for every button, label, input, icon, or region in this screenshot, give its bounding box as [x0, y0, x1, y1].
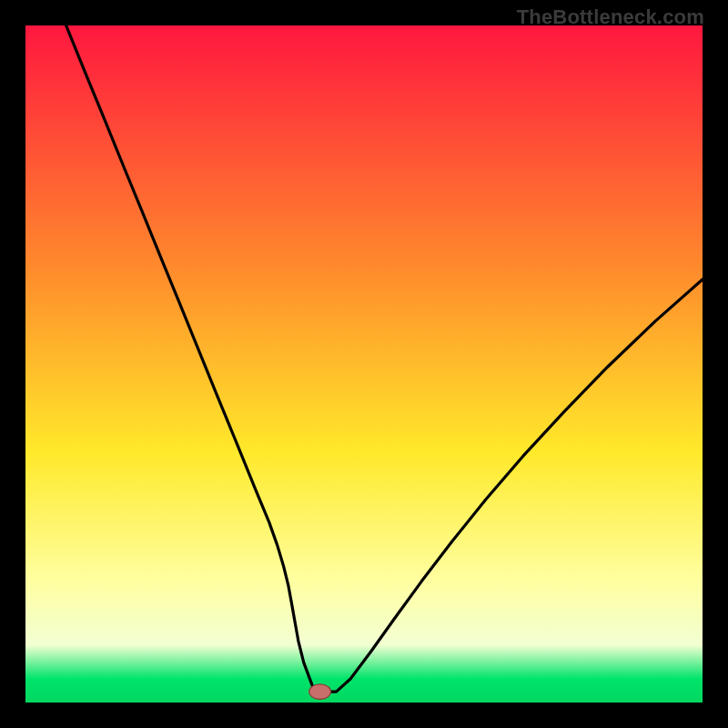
chart-frame: TheBottleneck.com — [0, 0, 728, 728]
plot-area — [25, 25, 703, 703]
gradient-background — [25, 25, 703, 703]
bottleneck-chart — [25, 25, 703, 703]
optimum-marker — [309, 684, 331, 699]
